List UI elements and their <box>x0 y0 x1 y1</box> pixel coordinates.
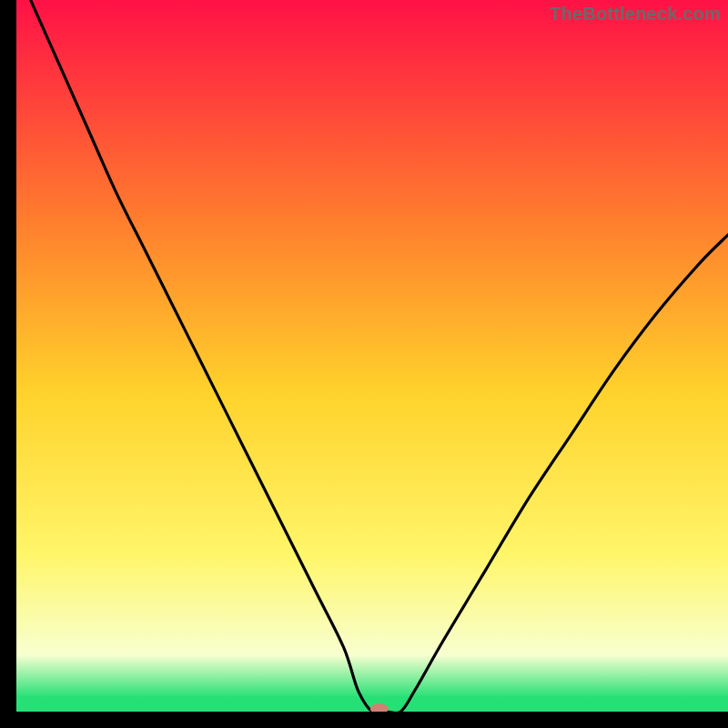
chart-stage: TheBottleneck.com <box>0 0 728 728</box>
bottleneck-chart <box>0 0 728 728</box>
frame-bottom <box>0 712 728 728</box>
frame-left <box>0 0 16 728</box>
plot-background <box>16 0 728 712</box>
watermark-text: TheBottleneck.com <box>550 4 721 25</box>
